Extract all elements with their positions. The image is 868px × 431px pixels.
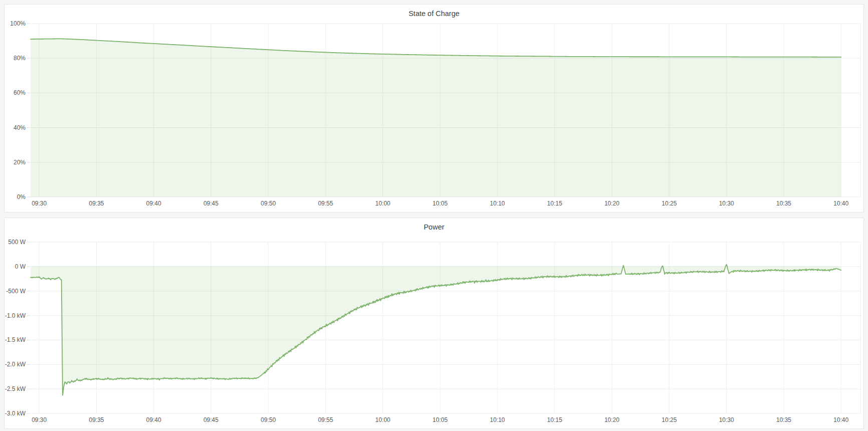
svg-text:-3.0 kW: -3.0 kW [5,410,26,417]
svg-text:10:00: 10:00 [375,200,390,207]
svg-text:10:25: 10:25 [662,200,677,207]
svg-text:09:50: 09:50 [261,416,276,423]
svg-text:09:30: 09:30 [32,416,47,423]
power-chart-canvas[interactable]: 500 W0 W-500 W-1.0 kW-1.5 kW-2.0 kW-2.5 … [5,233,863,428]
svg-text:-2.5 kW: -2.5 kW [5,385,26,392]
svg-text:10:25: 10:25 [662,416,677,423]
svg-text:-1.5 kW: -1.5 kW [5,336,26,343]
svg-text:500 W: 500 W [8,239,26,246]
svg-text:-1.0 kW: -1.0 kW [5,312,26,319]
svg-text:10:40: 10:40 [833,416,848,423]
svg-text:10:00: 10:00 [375,416,390,423]
svg-text:10:30: 10:30 [719,200,734,207]
svg-text:09:40: 09:40 [146,416,161,423]
state-of-charge-chart-canvas[interactable]: 0%20%40%60%80%100%09:3009:3509:4009:4509… [5,20,863,212]
svg-text:10:20: 10:20 [605,416,620,423]
svg-text:10:10: 10:10 [490,200,505,207]
svg-text:80%: 80% [14,55,26,62]
panel-power: Power 500 W0 W-500 W-1.0 kW-1.5 kW-2.0 k… [4,218,864,429]
svg-text:09:55: 09:55 [318,200,333,207]
svg-text:10:05: 10:05 [433,416,448,423]
svg-text:10:05: 10:05 [433,200,448,207]
svg-text:10:35: 10:35 [776,416,791,423]
svg-text:09:45: 09:45 [203,200,218,207]
svg-text:0%: 0% [17,193,26,200]
dashboard: { "page": { "background_color": "#f4f5f5… [0,0,868,431]
power-panel-title: Power [5,218,863,233]
svg-text:09:45: 09:45 [203,416,218,423]
svg-text:20%: 20% [14,159,26,166]
svg-text:100%: 100% [10,20,26,27]
svg-text:60%: 60% [14,89,26,96]
svg-text:10:15: 10:15 [547,200,562,207]
svg-text:10:10: 10:10 [490,416,505,423]
svg-text:09:50: 09:50 [261,200,276,207]
svg-text:-500 W: -500 W [6,288,26,295]
svg-text:09:30: 09:30 [32,200,47,207]
svg-text:10:35: 10:35 [776,200,791,207]
svg-text:10:40: 10:40 [833,200,848,207]
svg-text:10:30: 10:30 [719,416,734,423]
svg-text:0 W: 0 W [15,263,26,270]
svg-text:10:15: 10:15 [547,416,562,423]
svg-text:09:55: 09:55 [318,416,333,423]
svg-text:09:35: 09:35 [89,200,104,207]
svg-text:10:20: 10:20 [605,200,620,207]
panel-state-of-charge: State of Charge 0%20%40%60%80%100%09:300… [4,4,864,212]
svg-text:-2.0 kW: -2.0 kW [5,361,26,368]
state-of-charge-panel-title: State of Charge [5,5,863,20]
svg-text:09:40: 09:40 [146,200,161,207]
svg-text:09:35: 09:35 [89,416,104,423]
svg-text:40%: 40% [14,124,26,131]
